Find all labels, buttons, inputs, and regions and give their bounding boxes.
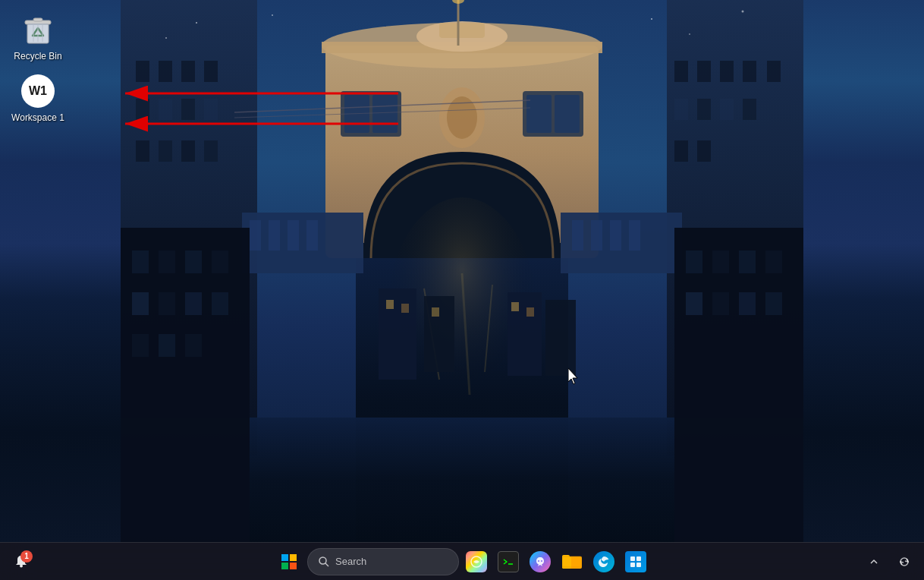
svg-rect-66 [132,251,149,273]
svg-rect-11 [159,140,172,162]
svg-rect-49 [386,300,394,309]
svg-point-93 [742,11,744,13]
svg-rect-52 [511,302,519,311]
notification-button[interactable]: 1 [6,547,36,577]
svg-rect-123 [630,556,635,561]
taskbar-app-winget[interactable] [462,547,491,576]
files-icon [561,551,583,572]
notification-badge: 1 [20,550,33,563]
show-hidden-icons-button[interactable] [860,548,888,575]
svg-rect-45 [379,288,416,380]
svg-rect-15 [674,61,688,82]
svg-rect-17 [720,61,734,82]
svg-rect-65 [121,228,250,542]
svg-rect-8 [181,99,195,120]
svg-rect-19 [767,61,781,82]
search-bar[interactable]: Search [307,548,459,575]
svg-rect-57 [269,220,280,251]
svg-rect-21 [697,99,711,120]
store-icon [625,551,646,572]
winget-icon [466,551,487,572]
taskbar-app-files[interactable] [558,547,586,576]
svg-rect-84 [739,292,756,315]
svg-rect-5 [204,61,218,82]
svg-rect-16 [697,61,711,82]
workspace-initial: W1 [29,84,47,98]
windows-logo-icon [281,553,297,570]
svg-rect-82 [686,292,702,315]
svg-rect-9 [204,99,218,120]
svg-rect-85 [765,292,782,315]
svg-rect-111 [290,563,297,569]
recycle-bin-icon[interactable]: Recycle Bin [8,8,68,65]
svg-point-94 [689,33,690,35]
refresh-button[interactable] [891,548,918,575]
svg-rect-58 [288,220,299,251]
svg-rect-80 [739,251,756,273]
svg-rect-67 [159,251,175,273]
svg-point-107 [20,564,23,567]
refresh-icon [897,555,911,569]
svg-rect-51 [432,307,439,317]
svg-rect-78 [686,251,702,273]
svg-rect-70 [132,292,149,315]
svg-line-113 [325,563,328,566]
recycle-bin-graphic [23,13,53,46]
svg-point-95 [165,37,167,39]
svg-rect-12 [181,140,195,162]
desktop: Recycle Bin W1 Workspace 1 [0,0,924,542]
background-image [121,0,803,542]
taskbar-app-edge[interactable] [589,547,618,576]
search-icon [319,556,329,567]
svg-rect-2 [136,61,149,82]
svg-rect-33 [372,95,398,133]
taskbar-left: 1 [0,547,36,577]
svg-rect-76 [185,334,202,357]
svg-rect-7 [159,99,172,120]
copilot-icon [530,551,551,572]
svg-rect-125 [630,563,635,567]
start-button[interactable] [274,547,304,577]
svg-rect-20 [674,99,688,120]
svg-rect-108 [281,554,288,561]
svg-rect-18 [743,61,756,82]
svg-rect-56 [250,220,261,251]
svg-rect-24 [674,140,688,162]
svg-rect-60 [572,220,583,251]
svg-rect-79 [712,251,729,273]
desktop-icons-area: Recycle Bin W1 Workspace 1 [0,0,76,135]
svg-rect-59 [306,220,318,251]
svg-rect-110 [281,563,288,569]
svg-rect-62 [610,220,621,251]
svg-rect-115 [501,556,515,567]
svg-rect-77 [674,228,803,542]
svg-rect-109 [290,554,297,561]
svg-point-112 [319,557,326,564]
svg-point-117 [538,560,539,562]
svg-rect-30 [439,23,485,38]
svg-rect-74 [132,334,149,357]
svg-rect-68 [185,251,202,273]
recycle-bin-label: Recycle Bin [14,51,61,61]
svg-rect-50 [401,304,409,313]
svg-rect-73 [212,292,228,315]
svg-point-91 [272,14,273,16]
workspace-circle: W1 [21,74,55,108]
taskbar-app-terminal[interactable] [494,547,523,576]
svg-point-92 [651,18,652,20]
svg-rect-48 [545,300,576,376]
svg-rect-25 [697,140,711,162]
svg-rect-3 [159,61,172,82]
workspace-icon[interactable]: W1 Workspace 1 [8,69,68,127]
svg-rect-102 [33,18,42,21]
svg-rect-61 [591,220,602,251]
svg-rect-23 [743,99,756,120]
search-placeholder: Search [335,556,366,567]
taskbar-app-store[interactable] [621,547,650,576]
edge-icon [593,551,614,572]
workspace-label: Workspace 1 [11,112,64,123]
svg-rect-81 [765,251,782,273]
taskbar-app-copilot[interactable] [526,547,555,576]
svg-rect-126 [636,563,641,567]
svg-rect-72 [185,292,202,315]
